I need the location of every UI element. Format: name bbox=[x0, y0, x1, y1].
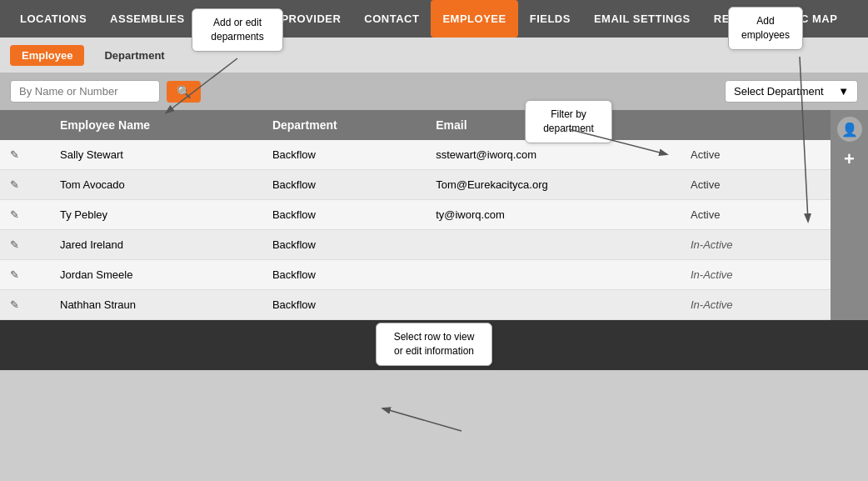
svg-line-3 bbox=[383, 408, 461, 431]
department-cell: Backflow bbox=[262, 170, 426, 200]
col-employee-name: Employee Name bbox=[50, 110, 262, 140]
status-cell: Active bbox=[681, 140, 781, 170]
status-cell: In-Active bbox=[681, 290, 781, 320]
table-row[interactable]: ✎ Ty Pebley Backflow ty@iworq.com Active bbox=[0, 200, 831, 230]
status-cell: In-Active bbox=[681, 260, 781, 290]
callout-add-departments: Add or edit deparments bbox=[192, 8, 283, 52]
department-cell: Backflow bbox=[262, 290, 426, 320]
edit-icon[interactable]: ✎ bbox=[10, 298, 19, 311]
email-cell bbox=[426, 230, 681, 260]
col-department: Department bbox=[262, 110, 426, 140]
nav-assemblies[interactable]: ASSEMBLIES bbox=[98, 0, 197, 38]
status-cell: In-Active bbox=[681, 230, 781, 260]
nav-fields[interactable]: FIELDS bbox=[518, 0, 582, 38]
user-avatar-icon: 👤 bbox=[837, 117, 862, 142]
side-panel: 👤 + bbox=[831, 110, 868, 320]
employee-name-cell: Jared Ireland bbox=[50, 230, 262, 260]
edit-icon[interactable]: ✎ bbox=[10, 178, 19, 191]
callout-add-employees: Add employees bbox=[728, 7, 803, 50]
email-cell: Tom@Eurekacityca.org bbox=[426, 170, 681, 200]
edit-icon[interactable]: ✎ bbox=[10, 238, 19, 251]
add-employee-button[interactable]: + bbox=[844, 148, 855, 170]
department-cell: Backflow bbox=[262, 230, 426, 260]
search-bar: 🔍 Select Department ▼ bbox=[0, 73, 868, 110]
action-cell bbox=[781, 200, 831, 230]
action-cell bbox=[781, 170, 831, 200]
callout-select-row: Select row to view or edit information bbox=[376, 323, 492, 366]
nav-employee[interactable]: EMPLOYEE bbox=[431, 0, 517, 38]
employee-table: Employee Name Department Email ✎ Sally S… bbox=[0, 110, 831, 320]
table-row[interactable]: ✎ Nathhan Straun Backflow In-Active bbox=[0, 290, 831, 320]
tab-department[interactable]: Department bbox=[92, 45, 176, 66]
email-cell bbox=[426, 290, 681, 320]
status-cell: Active bbox=[681, 170, 781, 200]
search-button[interactable]: 🔍 bbox=[167, 81, 201, 103]
table-container: Employee Name Department Email ✎ Sally S… bbox=[0, 110, 868, 320]
nav-email-settings[interactable]: EMAIL SETTINGS bbox=[582, 0, 702, 38]
employee-name-cell: Jordan Smeele bbox=[50, 260, 262, 290]
action-cell bbox=[781, 290, 831, 320]
department-cell: Backflow bbox=[262, 200, 426, 230]
employee-name-cell: Ty Pebley bbox=[50, 200, 262, 230]
col-actions bbox=[781, 110, 831, 140]
table-row[interactable]: ✎ Jordan Smeele Backflow In-Active bbox=[0, 260, 831, 290]
select-department-dropdown[interactable]: Select Department ▼ bbox=[725, 80, 858, 103]
nav-locations[interactable]: LOCATIONS bbox=[8, 0, 98, 38]
department-cell: Backflow bbox=[262, 140, 426, 170]
action-cell bbox=[781, 260, 831, 290]
search-icon: 🔍 bbox=[177, 85, 191, 98]
email-cell: ty@iworq.com bbox=[426, 200, 681, 230]
table-row[interactable]: ✎ Jared Ireland Backflow In-Active bbox=[0, 230, 831, 260]
edit-icon[interactable]: ✎ bbox=[10, 148, 19, 161]
employee-name-cell: Nathhan Straun bbox=[50, 290, 262, 320]
table-header-row: Employee Name Department Email bbox=[0, 110, 831, 140]
action-cell bbox=[781, 230, 831, 260]
search-input[interactable] bbox=[10, 80, 160, 103]
employee-name-cell: Sally Stewart bbox=[50, 140, 262, 170]
col-edit bbox=[0, 110, 50, 140]
chevron-down-icon: ▼ bbox=[838, 85, 849, 98]
email-cell bbox=[426, 260, 681, 290]
edit-icon[interactable]: ✎ bbox=[10, 208, 19, 221]
col-status bbox=[681, 110, 781, 140]
table-row[interactable]: ✎ Tom Avocado Backflow Tom@Eurekacityca.… bbox=[0, 170, 831, 200]
edit-icon[interactable]: ✎ bbox=[10, 268, 19, 281]
status-cell: Active bbox=[681, 200, 781, 230]
callout-filter-department: Filter by department bbox=[525, 100, 612, 143]
nav-contact[interactable]: CONTACT bbox=[352, 0, 431, 38]
table-row[interactable]: ✎ Sally Stewart Backflow sstewart@iworq.… bbox=[0, 140, 831, 170]
email-cell: sstewart@iworq.com bbox=[426, 140, 681, 170]
bottom-bar: Select row to view or edit information bbox=[0, 320, 868, 370]
tab-employee[interactable]: Employee bbox=[10, 45, 84, 66]
employee-name-cell: Tom Avocado bbox=[50, 170, 262, 200]
action-cell bbox=[781, 140, 831, 170]
department-cell: Backflow bbox=[262, 260, 426, 290]
